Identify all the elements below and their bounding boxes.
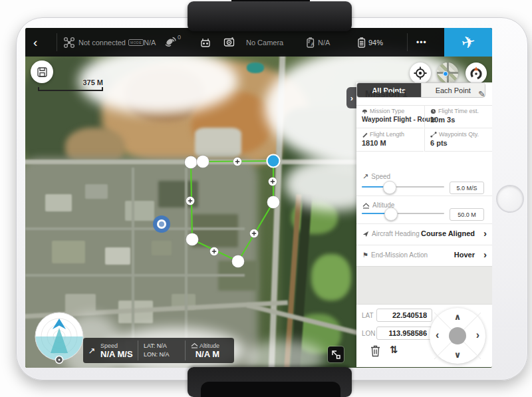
tablet-home-button[interactable] (496, 185, 524, 213)
takeoff-button[interactable]: ✈ (444, 28, 492, 57)
waypoint (232, 255, 245, 268)
mount-arm-bottom (201, 382, 340, 397)
telemetry-alt-label: Altitude (191, 342, 219, 349)
speed-icon: ↗ (83, 346, 100, 356)
dpad-up[interactable]: ∧ (454, 312, 462, 322)
dpad-down[interactable]: ∨ (454, 350, 462, 360)
aircraft-heading-row[interactable]: Aircraft Heading Course Aligned › (356, 223, 492, 245)
clock-icon (430, 108, 436, 114)
tablet-mockup: ‹ Not connected MODE N/A 0 No Camera A N… (0, 0, 532, 397)
telemetry-lat: LAT: N/A (144, 342, 185, 350)
app-screen: ‹ Not connected MODE N/A 0 No Camera A N… (25, 28, 492, 368)
map-expand-button[interactable] (328, 346, 344, 362)
chevron-right-icon: › (483, 227, 487, 239)
airplane-icon: ✈ (460, 31, 477, 53)
ruler-icon (362, 132, 368, 138)
rc-battery-value: 94% (368, 28, 383, 57)
divider (356, 196, 492, 196)
mission-type-icon (362, 108, 368, 114)
delete-waypoint-button[interactable] (370, 344, 381, 357)
waypoints-icon (430, 132, 437, 138)
locate-me-button[interactable] (410, 63, 431, 84)
speed-section-label: ↗Speed (362, 172, 390, 181)
speed-slider-knob[interactable] (383, 181, 396, 194)
stat-mission-type: Mission Type Waypoint Flight - Route (356, 105, 424, 128)
waypoint (197, 156, 209, 168)
dpad-center[interactable] (449, 327, 466, 344)
rc-battery-icon (356, 28, 367, 57)
altitude-slider-knob[interactable] (384, 207, 398, 221)
camera-status-text: No Camera (246, 28, 283, 57)
stat-waypoints-qty: Waypoints Qty. 6 pts (424, 128, 492, 152)
telemetry-alt-value: N/A M (191, 349, 219, 359)
svg-text:A: A (311, 42, 315, 47)
panel-spacer (356, 266, 492, 305)
aircraft-battery-value: N/A (318, 28, 330, 57)
speed-slider[interactable] (362, 182, 444, 192)
stat-flight-length: Flight Length 1810 M (356, 128, 424, 152)
nudge-dpad[interactable]: ∧ ∨ ‹ › (430, 308, 485, 364)
telemetry-bar: ↗ Speed N/A M/S LAT: N/A LON: N/A Altitu… (83, 338, 234, 363)
drone-status-text: Not connected (78, 28, 126, 57)
stat-flight-time: Flight Time est. 10m 3s (424, 105, 492, 128)
heading-icon (362, 231, 369, 237)
drone-status-icon (63, 28, 75, 57)
save-mission-button[interactable] (31, 61, 53, 83)
drone-icon (63, 37, 75, 49)
top-status-bar: ‹ Not connected MODE N/A 0 No Camera A N… (25, 28, 492, 57)
reorder-waypoints-button[interactable]: ⇅ (390, 344, 398, 356)
flag-icon: ⚑ (362, 251, 368, 259)
altitude-value-box[interactable]: 50.0 M (450, 208, 484, 221)
waypoint-active (267, 155, 280, 168)
flight-mode-badge: MODE (128, 28, 144, 57)
telemetry-lon: LON: N/A (144, 350, 185, 359)
satellite-icon (164, 28, 176, 57)
map-layers-button[interactable] (437, 63, 458, 84)
lat-label: LAT (362, 312, 374, 319)
telemetry-speed-value: N/A M/S (100, 349, 138, 359)
telemetry-speed-label: Speed (100, 342, 138, 349)
compass-reset-button[interactable] (466, 63, 487, 84)
camera-icon (223, 28, 235, 57)
more-menu-button[interactable]: ••• (416, 28, 427, 57)
end-mission-row[interactable]: ⚑End-Mission Action Hover › (356, 245, 492, 266)
edit-mission-button[interactable]: ✎ (478, 89, 485, 99)
trash-icon (370, 344, 381, 357)
waypoint (267, 196, 280, 209)
divider (57, 33, 57, 51)
locate-icon (413, 66, 428, 80)
waypoint (186, 233, 199, 246)
mission-title: Mission 1 (365, 88, 408, 99)
lat-input[interactable]: 22.540518 (376, 309, 432, 322)
rc-icon (200, 28, 211, 57)
lon-label: LON (362, 330, 376, 337)
map-scale-bar (38, 90, 103, 91)
mount-clamp-top (188, 1, 352, 31)
back-button[interactable]: ‹ (33, 28, 37, 57)
dpad-left[interactable]: ‹ (436, 329, 439, 341)
altitude-icon (362, 202, 370, 209)
waypoint (185, 156, 198, 169)
attitude-compass-widget[interactable] (35, 312, 84, 365)
compass-icon (468, 65, 484, 81)
map-scale-label: 375 M (72, 78, 103, 86)
altitude-slider[interactable] (362, 209, 444, 218)
mission-header: Mission 1 ✎ (356, 82, 492, 106)
speed-value-box[interactable]: 5.0 M/S (450, 182, 484, 194)
minimap-location-dot (443, 71, 448, 76)
flight-mode-value: N/A (144, 28, 156, 57)
expand-icon (331, 349, 341, 360)
divider (407, 33, 408, 51)
aircraft-battery-icon: A (305, 28, 316, 57)
dpad-right[interactable]: › (476, 329, 479, 341)
chevron-right-icon: › (483, 249, 487, 260)
satellite-count: 0 (178, 28, 181, 51)
lon-input[interactable]: 113.958586 (376, 327, 432, 340)
panel-collapse-tab[interactable]: › (346, 87, 357, 108)
save-icon (37, 66, 48, 78)
mission-panel: Mission 1 ✎ Mission Type Waypoint Flight… (356, 82, 492, 367)
